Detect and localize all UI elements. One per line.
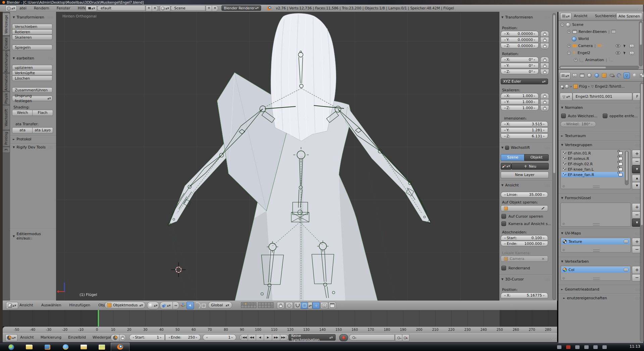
outliner-row[interactable]: +Animation| bbox=[558, 56, 639, 63]
panel-title-edit[interactable]: earbeiten bbox=[16, 56, 34, 60]
editor-type-3dview-button[interactable]: ▲▼ bbox=[6, 302, 18, 309]
uvmap-row[interactable]: Texture bbox=[561, 238, 630, 245]
mesh-name-field[interactable]: Engel2:Tshirt01.001 bbox=[573, 93, 632, 100]
properties-tab-modifiers[interactable] bbox=[616, 73, 622, 78]
clip-start-field[interactable]: ◂Start:0.100▸ bbox=[501, 235, 548, 240]
custom-props-title[interactable]: enutzereigenschaften bbox=[567, 296, 607, 300]
tool-button-Rotieren[interactable]: Rotieren bbox=[12, 29, 52, 35]
tray-icon[interactable] bbox=[593, 345, 598, 349]
renderability-camera-icon[interactable] bbox=[630, 51, 634, 54]
outliner-expand-collapse[interactable]: − bbox=[567, 51, 571, 55]
data-layout-transfer-button[interactable]: ata Layo bbox=[32, 127, 53, 133]
cursor-x-field[interactable]: ◂X:5.16775▸ bbox=[501, 293, 548, 298]
breadcrumb-scene-icon[interactable] bbox=[565, 84, 569, 89]
outliner-menu-Ansicht[interactable]: Ansicht bbox=[574, 12, 588, 20]
cursor-panel-title[interactable]: 3D-Cursor bbox=[505, 277, 524, 281]
outliner-row[interactable]: +Camera| bbox=[558, 42, 639, 49]
uvmap-render-icon[interactable] bbox=[624, 240, 628, 243]
taskbar-icon-explorer[interactable] bbox=[20, 343, 38, 351]
shading-select[interactable]: ▲▼ bbox=[147, 302, 159, 309]
texspace-title[interactable]: Texturraum bbox=[565, 134, 586, 138]
data-transfer-button[interactable]: ata bbox=[12, 127, 33, 133]
playback-jump-start-button[interactable]: ⏐◀◀ bbox=[240, 334, 248, 341]
vcol-row[interactable]: Col bbox=[561, 267, 630, 273]
tray-icon[interactable] bbox=[584, 345, 589, 349]
properties-tab-constraints[interactable] bbox=[609, 73, 614, 78]
viewport-3d[interactable]: Hinten Orthogonal (1) Flügel bbox=[56, 12, 557, 301]
vcols-title[interactable]: Vertexfarben bbox=[565, 259, 589, 264]
breadcrumb-object-icon[interactable] bbox=[574, 84, 578, 89]
delete-keyframe-button[interactable]: × bbox=[402, 334, 409, 341]
panel-title-last-operator[interactable]: Editiermodus ein/aus:: bbox=[16, 232, 56, 240]
properties-tab-texture[interactable] bbox=[639, 73, 644, 78]
dimension-field-Z:[interactable]: ◂Z:6.131▸ bbox=[501, 133, 548, 139]
orientation-select[interactable]: Global ▲▼ bbox=[208, 302, 232, 309]
properties-tab-material[interactable] bbox=[632, 73, 637, 78]
tool-button-Löschen[interactable]: Löschen bbox=[12, 76, 52, 81]
taskbar-icon-documents[interactable] bbox=[93, 343, 111, 351]
playback-play-button[interactable]: ▶ bbox=[264, 334, 272, 341]
breadcrumb-data-icon[interactable]: ▽ bbox=[591, 85, 594, 88]
shapekeys-title[interactable]: Formschlüssel bbox=[565, 196, 591, 200]
clip-end-field[interactable]: ◂Ende:1000.000▸ bbox=[501, 241, 548, 246]
vgroup-lock-icon[interactable] bbox=[618, 173, 623, 176]
gp-new-layer-button[interactable]: New Layer bbox=[501, 172, 549, 178]
properties-tab-world[interactable] bbox=[594, 73, 600, 78]
vgroup-row[interactable]: EF-thigh.02.R bbox=[561, 161, 624, 167]
layer-cell[interactable] bbox=[253, 305, 256, 308]
outliner-row[interactable]: −Engel2 bbox=[558, 49, 639, 56]
tool-button-Verknüpfte duplizieren[interactable]: Verknüpfte duplizieren bbox=[12, 70, 52, 76]
screen-close-button[interactable]: × bbox=[152, 5, 158, 11]
vgroups-title[interactable]: Vertexgruppen bbox=[565, 143, 592, 147]
outliner-item-label[interactable]: Scene bbox=[572, 23, 584, 27]
position-field-X:[interactable]: ◂X:0.00000▸ bbox=[501, 31, 539, 36]
taskbar-icon-start[interactable] bbox=[2, 343, 20, 351]
vgroup-lock-icon[interactable] bbox=[618, 157, 623, 160]
npanel-view-title[interactable]: Ansicht bbox=[505, 183, 519, 187]
frame-start-field[interactable]: ◂Start:1▸ bbox=[129, 334, 165, 341]
scene-add-button[interactable]: + bbox=[206, 5, 212, 11]
toolshelf-tab-Werkzeuge[interactable]: Werkzeuge bbox=[3, 13, 10, 36]
rotation-lock-X:[interactable] bbox=[540, 57, 549, 63]
vgroup-row[interactable]: EF-soleus.R bbox=[561, 156, 624, 161]
scale-field-Y:[interactable]: ◂Y:1.000▸ bbox=[501, 99, 539, 104]
tray-icon[interactable] bbox=[575, 345, 580, 349]
insert-keyframe-button[interactable] bbox=[395, 334, 402, 341]
playback-range-lock-button[interactable] bbox=[111, 334, 119, 341]
breadcrumb-data[interactable]: Engel2:Tshirt0... bbox=[595, 84, 625, 89]
scene-field[interactable]: Scene bbox=[170, 5, 205, 11]
dimension-field-X:[interactable]: ◂X:3.515▸ bbox=[501, 121, 548, 127]
mesh-data-dropdown[interactable]: ▽▲▼ bbox=[560, 93, 573, 101]
npanel-scrollbar[interactable] bbox=[552, 13, 556, 300]
outliner-row[interactable]: World bbox=[558, 35, 639, 42]
properties-tab-data[interactable]: ▽ bbox=[624, 73, 630, 79]
outliner-expand-expand[interactable]: + bbox=[567, 44, 571, 48]
scale-field-Z:[interactable]: ◂Z:1.000▸ bbox=[501, 105, 539, 111]
timeline-ruler[interactable]: -50-40-30-20-100102030405060708090100110… bbox=[3, 326, 557, 334]
render-opengl-button[interactable] bbox=[320, 302, 328, 309]
pivot-select[interactable]: ▲▼ bbox=[160, 302, 173, 309]
vgroup-lock-icon[interactable] bbox=[618, 162, 623, 166]
taskbar-icon-blender[interactable] bbox=[111, 343, 130, 351]
scale-field-X:[interactable]: ◂X:1.000▸ bbox=[501, 93, 539, 98]
taskbar-icon-mail[interactable] bbox=[75, 343, 93, 351]
outliner-expand-collapse[interactable]: − bbox=[560, 23, 564, 27]
timeline-menu-Einzelbild[interactable]: Einzelbild bbox=[68, 334, 86, 341]
geom-title[interactable]: Geometrieabstand bbox=[565, 287, 599, 292]
gp-new-button[interactable]: +Neu bbox=[511, 163, 549, 170]
smooth-angle-field[interactable]: ◂Winkel:180°▸ bbox=[560, 121, 596, 127]
editor-type-timeline-button[interactable]: ▲▼ bbox=[5, 334, 17, 341]
lock-to-cursor-checkbox[interactable] bbox=[501, 214, 506, 219]
rotation-field-Z:[interactable]: ◂Z:0°▸ bbox=[501, 69, 539, 74]
outliner-row[interactable]: +Render-Ebenen| bbox=[558, 28, 639, 35]
screen-layout-icon-button[interactable]: ▲▼ bbox=[86, 5, 97, 11]
tool-button-uplizieren[interactable]: uplizieren bbox=[12, 65, 52, 70]
npanel-transform-title[interactable]: Transformieren bbox=[505, 15, 533, 19]
mirror-button[interactable]: Spiegeln bbox=[12, 45, 52, 50]
gp-pencil-button[interactable]: ▲▼ bbox=[501, 163, 511, 170]
panel-title-history[interactable]: Protokol bbox=[16, 137, 31, 141]
tray-icon[interactable] bbox=[602, 345, 607, 349]
toolshelf-tab-Create[interactable]: Create bbox=[3, 36, 10, 50]
toolshelf-tab-Physik[interactable]: Physik bbox=[3, 92, 10, 105]
outliner-item-label[interactable]: Render-Ebenen bbox=[579, 30, 607, 34]
